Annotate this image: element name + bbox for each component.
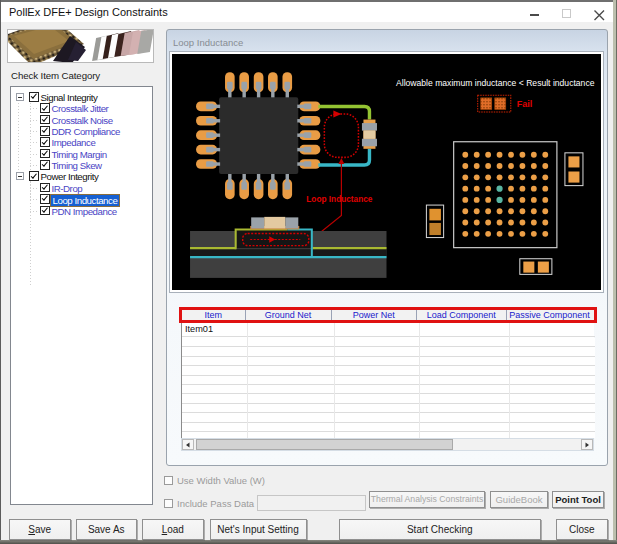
- svg-text:Fail: Fail: [517, 99, 533, 109]
- svg-text:Allowable maximum inductance <: Allowable maximum inductance < Result in…: [396, 79, 595, 88]
- svg-text:Loop Inductance: Loop Inductance: [306, 194, 372, 204]
